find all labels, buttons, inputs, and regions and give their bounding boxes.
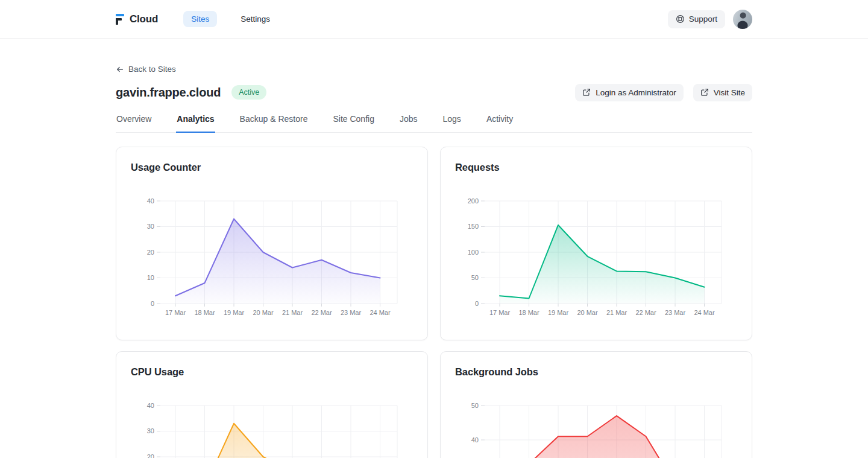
- chart-title: Requests: [455, 162, 737, 173]
- svg-text:23 Mar: 23 Mar: [341, 309, 362, 316]
- svg-text:24 Mar: 24 Mar: [370, 309, 391, 316]
- svg-text:40: 40: [471, 436, 479, 443]
- svg-text:30: 30: [147, 427, 154, 434]
- background-jobs-chart[interactable]: 0102030405017 Mar18 Mar19 Mar20 Mar21 Ma…: [455, 398, 737, 458]
- svg-text:100: 100: [468, 248, 479, 255]
- page-title: gavin.frappe.cloud: [116, 86, 221, 100]
- tab-analytics[interactable]: Analytics: [176, 114, 215, 133]
- svg-text:20 Mar: 20 Mar: [253, 309, 274, 316]
- svg-text:24 Mar: 24 Mar: [694, 309, 715, 316]
- frappe-cloud-logo[interactable]: Cloud: [116, 13, 158, 25]
- background-jobs-card: Background Jobs 0102030405017 Mar18 Mar1…: [440, 351, 752, 458]
- svg-text:20 Mar: 20 Mar: [577, 309, 598, 316]
- tab-logs[interactable]: Logs: [442, 114, 462, 133]
- chart-title: Usage Counter: [131, 162, 413, 173]
- login-as-administrator-button[interactable]: Login as Administrator: [575, 84, 684, 101]
- visit-site-button[interactable]: Visit Site: [693, 84, 752, 101]
- svg-text:19 Mar: 19 Mar: [548, 309, 569, 316]
- svg-text:50: 50: [471, 401, 479, 409]
- primary-nav: Sites Settings: [183, 11, 278, 27]
- svg-text:30: 30: [147, 223, 154, 230]
- svg-text:150: 150: [468, 223, 479, 230]
- tab-site-config[interactable]: Site Config: [332, 114, 374, 133]
- requests-chart[interactable]: 05010015020017 Mar18 Mar19 Mar20 Mar21 M…: [455, 194, 737, 323]
- support-label: Support: [689, 14, 717, 24]
- svg-text:22 Mar: 22 Mar: [311, 309, 332, 316]
- svg-text:17 Mar: 17 Mar: [165, 309, 186, 316]
- chart-title: Background Jobs: [455, 366, 737, 378]
- tab-activity[interactable]: Activity: [486, 114, 514, 133]
- svg-text:40: 40: [147, 197, 154, 204]
- logo-text: Cloud: [130, 13, 158, 25]
- user-avatar[interactable]: [733, 10, 752, 29]
- usage-counter-chart[interactable]: 01020304017 Mar18 Mar19 Mar20 Mar21 Mar2…: [131, 194, 413, 323]
- top-navbar: Cloud Sites Settings Support: [0, 0, 868, 39]
- svg-text:21 Mar: 21 Mar: [282, 309, 303, 316]
- svg-text:21 Mar: 21 Mar: [606, 309, 627, 316]
- svg-text:0: 0: [151, 299, 154, 307]
- svg-text:19 Mar: 19 Mar: [224, 309, 245, 316]
- support-button[interactable]: Support: [668, 10, 725, 28]
- requests-card: Requests 05010015020017 Mar18 Mar19 Mar2…: [440, 147, 752, 340]
- svg-text:23 Mar: 23 Mar: [665, 309, 686, 316]
- life-buoy-icon: [676, 14, 685, 24]
- tab-jobs[interactable]: Jobs: [399, 114, 418, 133]
- main-content: Back to Sites gavin.frappe.cloud Active …: [116, 39, 752, 458]
- svg-text:17 Mar: 17 Mar: [489, 309, 511, 316]
- svg-text:0: 0: [475, 299, 479, 307]
- usage-counter-card: Usage Counter 01020304017 Mar18 Mar19 Ma…: [116, 147, 428, 340]
- arrow-left-icon: [116, 65, 124, 74]
- nav-item-settings[interactable]: Settings: [233, 11, 278, 27]
- svg-text:10: 10: [147, 274, 154, 281]
- cpu-usage-chart[interactable]: 01020304017 Mar18 Mar19 Mar20 Mar21 Mar2…: [131, 398, 413, 458]
- back-to-sites-link[interactable]: Back to Sites: [116, 65, 176, 74]
- external-link-icon: [582, 88, 591, 97]
- svg-text:20: 20: [147, 453, 154, 458]
- svg-text:18 Mar: 18 Mar: [194, 309, 215, 316]
- external-link-icon: [700, 88, 709, 97]
- cpu-usage-card: CPU Usage 01020304017 Mar18 Mar19 Mar20 …: [116, 351, 428, 458]
- svg-text:20: 20: [147, 248, 154, 255]
- tab-overview[interactable]: Overview: [116, 114, 152, 133]
- chart-title: CPU Usage: [131, 366, 413, 378]
- status-badge: Active: [231, 85, 266, 100]
- tab-backup-restore[interactable]: Backup & Restore: [239, 114, 309, 133]
- svg-text:22 Mar: 22 Mar: [635, 309, 656, 316]
- svg-text:200: 200: [468, 197, 479, 204]
- svg-text:18 Mar: 18 Mar: [518, 309, 539, 316]
- svg-text:40: 40: [147, 401, 154, 409]
- nav-item-sites[interactable]: Sites: [183, 11, 217, 27]
- svg-text:50: 50: [471, 274, 479, 281]
- frappe-logo-icon: [116, 13, 125, 25]
- site-tabs: Overview Analytics Backup & Restore Site…: [116, 114, 752, 133]
